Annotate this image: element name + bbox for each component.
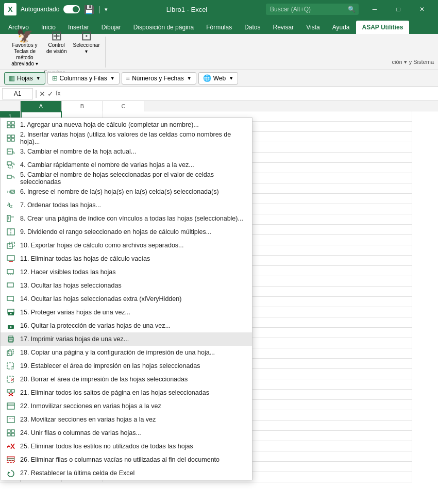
columnas-filas-button[interactable]: ⊞ Columnas y Filas ▼ bbox=[47, 72, 120, 85]
maximize-button[interactable]: □ bbox=[386, 0, 410, 19]
menu-item-10[interactable]: 10. Exportar hojas de cálculo como archi… bbox=[1, 239, 252, 252]
search-wrapper: 🔍 bbox=[266, 4, 359, 15]
numeros-fechas-button[interactable]: ≡ Números y Fechas ▼ bbox=[122, 72, 196, 85]
cell-reference[interactable] bbox=[2, 88, 33, 99]
web-arrow-icon: ▼ bbox=[229, 76, 233, 81]
tab-ayuda[interactable]: Ayuda bbox=[326, 21, 356, 34]
menu-item-6[interactable]: Hoja6. Ingrese el nombre de la(s) hoja(s… bbox=[1, 185, 252, 198]
svg-text:Z: Z bbox=[10, 205, 13, 208]
svg-text:✓: ✓ bbox=[11, 364, 15, 369]
title-bar: X Autoguardado 💾 | ▾ Libro1 - Excel 🔍 ─ … bbox=[0, 0, 438, 19]
menu-item-24[interactable]: 24. Unir filas o columnas de varias hoja… bbox=[1, 426, 252, 440]
svg-rect-55 bbox=[7, 390, 10, 392]
svg-rect-15 bbox=[7, 175, 11, 178]
corner-cell bbox=[0, 101, 21, 111]
svg-rect-61 bbox=[7, 416, 14, 423]
svg-rect-31 bbox=[9, 242, 14, 246]
svg-rect-0 bbox=[7, 122, 10, 124]
menu-item-text-16: 16. Quitar la protección de varias hojas… bbox=[20, 322, 247, 329]
menu-item-13[interactable]: 13. Ocultar las hojas seleccionadas bbox=[1, 279, 252, 292]
menu-item-icon-25: A bbox=[6, 442, 16, 451]
minimize-button[interactable]: ─ bbox=[363, 0, 386, 19]
menu-item-text-11: 11. Eliminar todas las hojas de cálculo … bbox=[20, 255, 247, 262]
autosave-label: Autoguardado bbox=[21, 6, 59, 13]
menu-item-text-26: 26. Eliminar filas o columnas vacías no … bbox=[20, 456, 247, 463]
menu-item-text-23: 23. Movilizar secciones en varias hojas … bbox=[20, 416, 247, 423]
autosave-toggle[interactable] bbox=[63, 5, 80, 13]
save-icon[interactable]: 💾 bbox=[84, 5, 94, 14]
formula-input[interactable] bbox=[63, 88, 436, 99]
svg-text:A: A bbox=[7, 444, 10, 449]
menu-item-text-1: 1. Agregar una nueva hoja de cálculo (co… bbox=[20, 121, 247, 128]
menu-item-icon-8 bbox=[6, 214, 16, 223]
menu-item-23[interactable]: 23. Movilizar secciones en varias hojas … bbox=[1, 413, 252, 426]
web-button[interactable]: 🌐 Web ▼ bbox=[198, 72, 238, 85]
svg-text:✎: ✎ bbox=[12, 150, 15, 155]
menu-item-19[interactable]: ✓19. Establecer el área de impresión en … bbox=[1, 359, 252, 373]
control-vision-button[interactable]: ⊞ Controlde visión bbox=[44, 28, 69, 56]
close-button[interactable]: ✕ bbox=[410, 0, 434, 19]
menu-item-18[interactable]: 18. Copiar una página y la configuración… bbox=[1, 346, 252, 359]
confirm-formula-icon[interactable]: ✓ bbox=[47, 90, 54, 98]
svg-rect-71 bbox=[7, 459, 14, 460]
svg-marker-73 bbox=[8, 472, 10, 474]
menu-item-7[interactable]: AZ7. Ordenar todas las hojas... bbox=[1, 198, 252, 212]
menu-item-11[interactable]: 11. Eliminar todas las hojas de cálculo … bbox=[1, 252, 252, 265]
menu-item-17[interactable]: 17. Imprimir varias hojas de una vez... bbox=[1, 332, 252, 346]
tab-asap[interactable]: ASAP Utilities bbox=[356, 21, 410, 34]
menu-item-text-5: 5. Cambiar el nombre de hojas selecciona… bbox=[20, 171, 247, 186]
seleccionar-label: Seleccionar▾ bbox=[73, 42, 99, 55]
tab-disposicion[interactable]: Disposición de página bbox=[127, 21, 200, 34]
menu-item-1[interactable]: +1. Agregar una nueva hoja de cálculo (c… bbox=[1, 118, 252, 131]
cancel-formula-icon[interactable]: ✕ bbox=[39, 90, 45, 98]
undo-icon[interactable]: ▾ bbox=[105, 6, 108, 13]
menu-item-text-14: 14. Ocultar las hojas seleccionadas extr… bbox=[20, 295, 247, 303]
svg-text:+: + bbox=[12, 124, 14, 128]
menu-item-26[interactable]: 26. Eliminar filas o columnas vacías no … bbox=[1, 453, 252, 466]
svg-rect-12 bbox=[7, 162, 11, 165]
menu-item-22[interactable]: 22. Inmovilizar secciones en varias hoja… bbox=[1, 399, 252, 413]
menu-item-icon-21 bbox=[6, 388, 16, 397]
tab-datos[interactable]: Datos bbox=[238, 21, 266, 34]
menu-item-14[interactable]: x14. Ocultar las hojas seleccionadas ext… bbox=[1, 292, 252, 306]
hojas-icon: ▦ bbox=[9, 74, 15, 82]
menu-item-8[interactable]: 8. Crear una página de índice con víncul… bbox=[1, 212, 252, 225]
col-header-C: C bbox=[103, 101, 144, 111]
menu-item-text-3: 3. Cambiar el nombre de la hoja actual..… bbox=[20, 148, 247, 155]
menu-item-icon-24 bbox=[6, 428, 16, 438]
menu-item-icon-1: + bbox=[6, 120, 16, 129]
search-icon: 🔍 bbox=[348, 6, 356, 13]
menu-item-5[interactable]: ✎5. Cambiar el nombre de hojas seleccion… bbox=[1, 172, 252, 185]
seleccionar-button[interactable]: ⊡ Seleccionar▾ bbox=[71, 28, 102, 56]
columnas-label: Columnas y Filas bbox=[60, 75, 107, 82]
menu-item-27[interactable]: 27. Restablecer la última celda de Excel bbox=[1, 466, 252, 480]
svg-rect-63 bbox=[7, 430, 10, 432]
menu-item-25[interactable]: A25. Eliminar todos los estilos no utili… bbox=[1, 440, 252, 453]
formula-bar: | ✕ ✓ fx bbox=[0, 87, 438, 101]
menu-item-text-4: 4. Cambiar rápidamente el nombre de vari… bbox=[20, 161, 247, 169]
window-controls: ─ □ ✕ bbox=[363, 0, 434, 19]
tab-vista[interactable]: Vista bbox=[300, 21, 326, 34]
menu-item-21[interactable]: 21. Eliminar todos los saltos de página … bbox=[1, 386, 252, 399]
svg-rect-5 bbox=[7, 135, 10, 138]
menu-item-12[interactable]: 12. Hacer visibles todas las hojas bbox=[1, 265, 252, 279]
insert-function-icon[interactable]: fx bbox=[56, 90, 60, 98]
menu-item-16[interactable]: 16. Quitar la protección de varias hojas… bbox=[1, 319, 252, 332]
menu-item-15[interactable]: 15. Proteger varias hojas de una vez... bbox=[1, 306, 252, 319]
tab-revisar[interactable]: Revisar bbox=[267, 21, 300, 34]
search-input[interactable] bbox=[266, 4, 359, 15]
ribbon-sistema: y Sistema bbox=[409, 59, 434, 65]
favorites-icon: 🦅 bbox=[16, 29, 33, 42]
hojas-button[interactable]: ▦ Hojas ▼ bbox=[4, 72, 45, 85]
svg-rect-65 bbox=[7, 433, 10, 436]
menu-item-3[interactable]: ✎3. Cambiar el nombre de la hoja actual.… bbox=[1, 145, 252, 158]
menu-item-20[interactable]: ✕20. Borrar el área de impresión de las … bbox=[1, 373, 252, 386]
menu-item-4[interactable]: ✎4. Cambiar rápidamente el nombre de var… bbox=[1, 158, 252, 172]
menu-item-icon-22 bbox=[6, 401, 16, 411]
tab-formulas[interactable]: Fórmulas bbox=[200, 21, 238, 34]
menu-item-2[interactable]: 2. Insertar varias hojas (utiliza los va… bbox=[1, 131, 252, 145]
svg-rect-56 bbox=[11, 390, 14, 392]
svg-rect-32 bbox=[7, 256, 14, 260]
favoritos-button[interactable]: 🦅 Favoritos y Teclas demétodo abreviado … bbox=[7, 28, 42, 68]
menu-item-9[interactable]: 9. Dividiendo el rango seleccionado en h… bbox=[1, 225, 252, 239]
